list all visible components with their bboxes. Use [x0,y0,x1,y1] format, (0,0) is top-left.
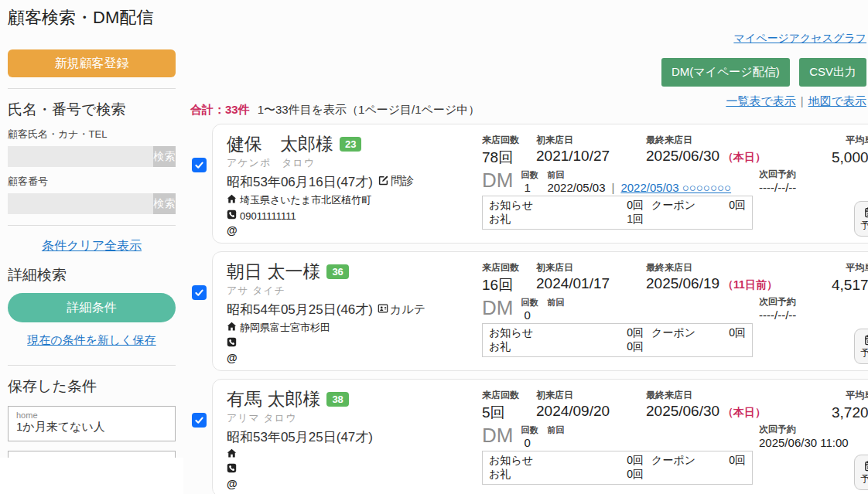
customer-card: 朝日 太一様 36 アサ タイチ 昭和54年05月25日(46才) カルテ 静岡… [212,251,868,371]
saved-condition-item[interactable]: home 1か月来てない人 [8,406,176,441]
home-icon [227,448,237,461]
customer-name-input[interactable] [8,146,153,167]
first-visit-value: 2024/01/17 [536,275,646,292]
last-visit-value: 2025/06/19 [646,275,719,291]
reserve-button[interactable]: 予約 [854,201,868,237]
saved-section-title: 保存した条件 [8,376,176,397]
dm-label: DM [482,297,513,319]
list-view-link[interactable]: 一覧表で表示 [726,94,795,107]
new-customer-button[interactable]: 新規顧客登録 [8,49,176,77]
check-icon [194,288,204,298]
calendar-icon [864,460,868,472]
page-title: 顧客検索・DM配信 [8,6,153,29]
customer-row: 有馬 太郎様 38 アリマ タロウ 昭和53年05月25日(47才) [190,379,865,494]
dm-count-value: 0 [521,436,538,449]
visit-count-value: 16回 [482,275,536,295]
reserve-button[interactable]: 予約 [854,329,868,364]
dm-prev-label: 前回 [547,424,564,436]
thanks-label: お礼 [489,468,572,482]
customer-birthdate: 昭和54年05月25日(46才) [227,301,373,319]
sidebar: 新規顧客登録 氏名・番号で検索 顧客氏名・カナ・TEL 検索 顧客番号 検索 条… [0,40,183,489]
customer-number-input[interactable] [8,193,153,214]
notice-label: お知らせ [489,199,572,213]
results-area: 合計：33件1〜33件目を表示（1ページ目/1ページ中） 健保 太郎様 23 ア… [190,103,865,494]
view-links-separator: | [801,94,804,107]
dm-prev-link[interactable]: 2022/05/03 ○○○○○○○ [620,181,731,194]
avg-price-label: 平均単価 [832,389,868,402]
coupon-label: クーポン [644,454,724,468]
last-visit-note: （本日） [723,406,766,418]
clear-conditions-link[interactable]: 条件クリア全表示 [42,239,142,252]
last-visit-note: （本日） [723,151,766,163]
next-reservation-value: 2025/06/30 11:00 [759,436,868,449]
doc-chip[interactable]: カルテ [378,302,425,317]
thanks-count: 1回 [572,213,644,227]
customer-card: 健保 太郎様 23 アケンポ タロウ 昭和53年06月16日(47才) 問診 埼… [212,124,868,244]
reserve-button[interactable]: 予約 [854,455,868,490]
name-field-label: 顧客氏名・カナ・TEL [8,128,176,141]
reserve-button-label: 予約 [861,346,868,359]
coupon-count: 0回 [724,199,746,213]
avg-price-value: 4,517円 [832,275,868,295]
coupon-count: 0回 [724,454,746,468]
saved-condition-name: home [16,411,167,420]
coupon-count: 0回 [724,326,746,340]
dm-count-value: 0 [521,308,538,322]
visit-count-label: 来店回数 [482,261,536,274]
dm-count-label: 回数 [521,169,538,181]
phone-icon [227,463,237,475]
number-field-label: 顧客番号 [8,175,176,189]
visit-count-value: 5回 [482,403,536,423]
avg-price-value: 3,720円 [832,403,868,423]
mypage-access-graph-link[interactable]: マイページアクセスグラフ [733,32,866,44]
next-reservation-label: 次回予約 [759,295,868,308]
thanks-count: 0回 [572,340,644,354]
next-reservation-value: ----/--/-- [759,308,868,322]
doc-chips: カルテ [378,302,425,318]
customer-select-checkbox[interactable] [192,158,207,172]
last-visit-label: 最終来店日 [646,261,832,274]
karte-icon [378,303,388,316]
phone-icon [227,337,237,349]
sidebar-divider [8,365,176,366]
customer-row: 朝日 太一様 36 アサ タイチ 昭和54年05月25日(46才) カルテ 静岡… [190,251,865,371]
notice-count: 0回 [572,326,644,340]
customer-info: 有馬 太郎様 38 アリマ タロウ 昭和53年05月25日(47才) [227,387,482,490]
dm-prev-label: 前回 [547,297,564,308]
doc-chip-label: 問診 [391,174,414,189]
reserve-button-label: 予約 [861,472,868,485]
customer-number-badge: 36 [326,264,348,280]
email-at-icon: @ [227,352,238,364]
customer-select-checkbox[interactable] [192,285,207,300]
home-icon [227,194,237,206]
customer-stats: 来店回数 5回 初来店日 2024/09/20 最終来店日 2025/06/30… [482,387,868,490]
notice-count: 0回 [572,199,644,213]
thanks-label: お礼 [489,340,572,354]
coupon-label: クーポン [644,326,724,340]
customer-select-checkbox[interactable] [192,413,207,428]
thanks-count: 0回 [572,468,644,482]
number-search-button[interactable]: 検索 [153,193,176,214]
csv-export-button[interactable]: CSV出力 [799,58,866,87]
header-actions: マイページアクセスグラフ DM(マイページ配信) CSV出力 一覧表で表示|地図… [542,31,866,109]
detail-conditions-button[interactable]: 詳細条件 [8,293,176,322]
customer-info: 健保 太郎様 23 アケンポ タロウ 昭和53年06月16日(47才) 問診 埼… [227,132,482,237]
map-view-link[interactable]: 地図で表示 [808,94,866,107]
save-current-conditions-link[interactable]: 現在の条件を新しく保存 [27,333,155,346]
customer-address: 埼玉県さいたま市北区植竹町 [240,193,371,207]
customer-card: 有馬 太郎様 38 アリマ タロウ 昭和53年05月25日(47才) [212,379,868,494]
notice-label: お知らせ [489,326,572,340]
avg-price-label: 平均単価 [832,261,868,274]
first-visit-label: 初来店日 [536,261,646,274]
next-reservation-label: 次回予約 [759,168,868,181]
phone-icon [227,210,237,222]
dm-count-label: 回数 [521,297,538,308]
dm-link-separator: | [612,181,615,194]
dm-mypage-send-button[interactable]: DM(マイページ配信) [661,58,790,87]
name-search-button[interactable]: 検索 [153,146,176,167]
last-visit-value: 2025/06/30 [646,148,719,164]
calendar-icon [864,334,868,346]
first-visit-value: 2021/10/27 [536,148,646,165]
dm-label: DM [482,169,513,192]
doc-chip[interactable]: 問診 [378,174,414,189]
